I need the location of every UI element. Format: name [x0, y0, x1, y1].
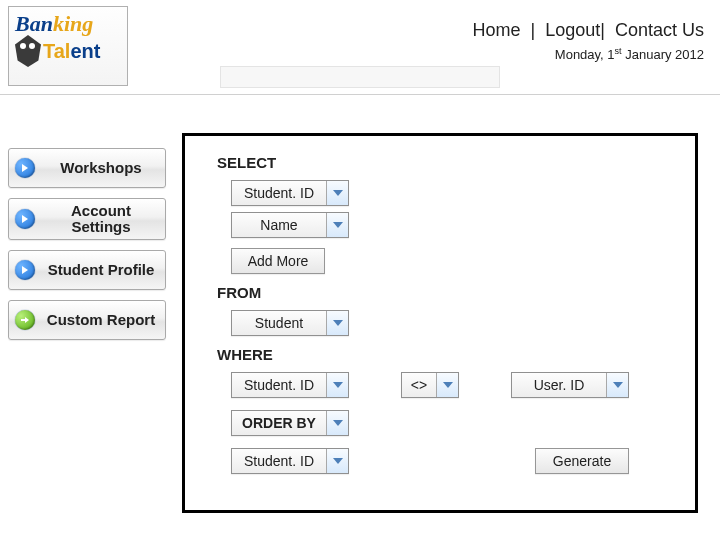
- chevron-down-icon: [326, 311, 348, 335]
- home-link[interactable]: Home: [473, 20, 521, 40]
- generate-button[interactable]: Generate: [535, 448, 629, 474]
- where-left-dropdown[interactable]: Student. ID: [231, 372, 349, 398]
- dropdown-value: Student. ID: [232, 377, 326, 393]
- dropdown-value: Student. ID: [232, 453, 326, 469]
- chevron-down-icon: [326, 181, 348, 205]
- sidebar-item-label: Workshops: [43, 160, 159, 176]
- arrow-right-icon: [15, 310, 35, 330]
- header: Banking Talent Home | Logout| Contact Us…: [0, 0, 720, 95]
- sidebar: Workshops Account Settings Student Profi…: [8, 148, 170, 350]
- sidebar-item-label: Student Profile: [43, 262, 159, 278]
- where-operator-dropdown[interactable]: <>: [401, 372, 459, 398]
- dropdown-value: Student: [232, 315, 326, 331]
- owl-icon: [15, 35, 41, 67]
- chevron-down-icon: [326, 449, 348, 473]
- chevron-down-icon: [436, 373, 458, 397]
- contact-link[interactable]: Contact Us: [615, 20, 704, 40]
- chevron-down-icon: [326, 213, 348, 237]
- from-table-dropdown[interactable]: Student: [231, 310, 349, 336]
- chevron-down-icon: [326, 373, 348, 397]
- sidebar-item-custom-report[interactable]: Custom Report: [8, 300, 166, 340]
- logo-text-2: king: [53, 11, 93, 36]
- chevron-down-icon: [606, 373, 628, 397]
- where-keyword: WHERE: [217, 346, 273, 363]
- orderby-field-dropdown[interactable]: Student. ID: [231, 448, 349, 474]
- select-field-2-dropdown[interactable]: Name: [231, 212, 349, 238]
- sidebar-item-label: Account Settings: [43, 203, 159, 235]
- sidebar-item-account-settings[interactable]: Account Settings: [8, 198, 166, 240]
- query-builder-panel: SELECT Student. ID Name Add More FROM St…: [182, 133, 698, 513]
- dropdown-value: ORDER BY: [232, 415, 326, 431]
- date-label: Monday, 1st January 2012: [555, 46, 704, 62]
- orderby-keyword-dropdown[interactable]: ORDER BY: [231, 410, 349, 436]
- select-keyword: SELECT: [217, 154, 276, 171]
- chevron-right-icon: [15, 260, 35, 280]
- dropdown-value: User. ID: [512, 377, 606, 393]
- sidebar-item-workshops[interactable]: Workshops: [8, 148, 166, 188]
- chevron-right-icon: [15, 209, 35, 229]
- sidebar-item-label: Custom Report: [43, 312, 159, 328]
- logo-text-1: Ban: [15, 11, 53, 36]
- chevron-right-icon: [15, 158, 35, 178]
- dropdown-value: <>: [402, 377, 436, 393]
- from-keyword: FROM: [217, 284, 261, 301]
- top-links: Home | Logout| Contact Us: [473, 20, 705, 41]
- logout-link[interactable]: Logout: [545, 20, 600, 40]
- breadcrumb: [220, 66, 500, 88]
- logo: Banking Talent: [8, 6, 128, 86]
- dropdown-value: Name: [232, 217, 326, 233]
- logo-text-3: Tal: [43, 40, 70, 63]
- logo-text-4: ent: [70, 40, 100, 63]
- select-field-1-dropdown[interactable]: Student. ID: [231, 180, 349, 206]
- chevron-down-icon: [326, 411, 348, 435]
- dropdown-value: Student. ID: [232, 185, 326, 201]
- where-right-dropdown[interactable]: User. ID: [511, 372, 629, 398]
- add-more-button[interactable]: Add More: [231, 248, 325, 274]
- sidebar-item-student-profile[interactable]: Student Profile: [8, 250, 166, 290]
